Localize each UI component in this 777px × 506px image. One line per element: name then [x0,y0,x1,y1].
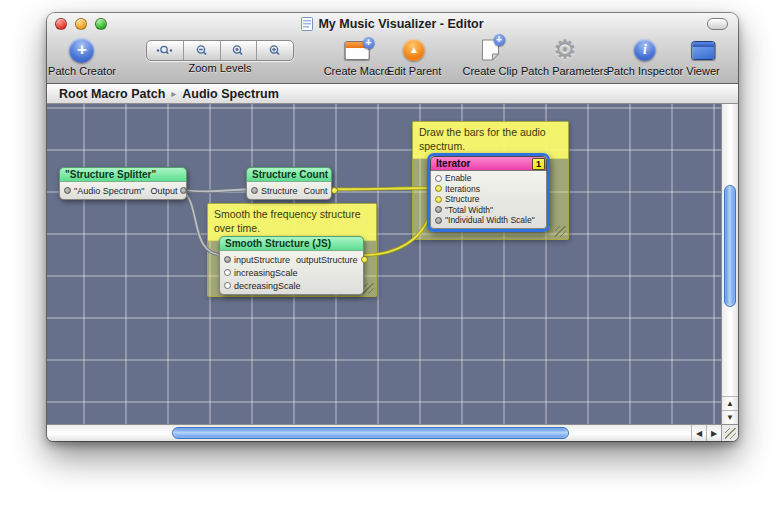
port-label: "Audio Spectrum" [74,186,144,196]
edit-parent-icon: ▲ [403,39,425,61]
toolbar-item-patch-parameters[interactable]: ⚙ Patch Parameters [521,36,609,77]
patch-inspector-icon: i [634,39,656,61]
node-smooth-structure[interactable]: Smooth Structure (JS) inputStructure out… [219,236,364,295]
breadcrumb-root[interactable]: Root Macro Patch [59,87,165,101]
vertical-scrollbar[interactable]: ▲ ▼ [721,104,738,424]
vertical-scroll-thumb[interactable] [724,185,736,307]
patch-parameters-label: Patch Parameters [521,65,609,77]
resize-grip-icon [725,428,736,439]
window-title: My Music Visualizer - Editor [318,17,483,31]
toolbar-item-viewer[interactable]: Viewer [686,36,719,77]
editor-window: My Music Visualizer - Editor + Patch Cre… [47,13,738,441]
plus-badge-icon: + [362,37,374,49]
create-clip-label: Create Clip [462,65,517,77]
input-port-increasingscale[interactable] [224,269,231,276]
iteration-count-badge: 1 [532,158,545,170]
input-port-decreasingscale[interactable] [224,282,231,289]
zoom-fit-icon [156,44,173,57]
port-label: "Individual Width Scale" [445,215,535,225]
document-icon [301,17,313,31]
output-port-output[interactable] [180,187,187,194]
toolbar-item-create-clip[interactable]: + Create Clip [462,36,517,77]
zoom-fit-button[interactable] [147,41,184,60]
port-label: increasingScale [234,268,298,278]
zoom-in-button[interactable] [257,41,293,60]
patch-creator-label: Patch Creator [48,65,116,77]
gear-icon: ⚙ [553,37,576,63]
scroll-down-button[interactable]: ▼ [722,410,738,424]
patch-creator-icon: + [70,38,95,63]
input-port-total-width[interactable] [435,206,442,213]
port-label: inputStructure [234,255,290,265]
zoom-actual-button[interactable] [221,41,258,60]
toolbar: + Patch Creator [47,35,738,83]
scroll-right-button[interactable]: ▶ [706,425,721,441]
breadcrumb: Root Macro Patch ▸ Audio Spectrum [47,84,738,104]
window-chrome: My Music Visualizer - Editor + Patch Cre… [47,13,738,84]
toolbar-toggle-button[interactable] [707,18,728,30]
wire-smooth-to-structure[interactable] [356,199,434,255]
port-label: decreasingScale [234,281,301,291]
breadcrumb-current[interactable]: Audio Spectrum [182,87,279,101]
zoom-levels-label: Zoom Levels [146,62,294,74]
create-clip-icon: + [481,39,499,61]
create-macro-label: Create Macro [324,65,391,77]
plus-badge-icon: + [493,34,505,46]
node-structure-count[interactable]: Structure Count Structure Count [246,167,332,200]
zoom-levels-segmented-control [146,40,294,61]
input-port-audio-spectrum[interactable] [64,187,71,194]
vertical-scroll-track[interactable] [722,104,738,396]
input-port-iterations[interactable] [435,185,442,192]
node-title[interactable]: Iterator 1 [430,156,547,171]
port-label: outputStructure [296,255,358,265]
patch-canvas[interactable]: Draw the bars for the audio spectrum. Sm… [47,104,721,424]
viewer-label: Viewer [686,65,719,77]
input-port-structure[interactable] [435,196,442,203]
wire-splitter-to-smooth[interactable] [179,189,223,255]
port-label: "Total Width" [445,205,493,215]
horizontal-scrollbar[interactable] [47,425,691,441]
patch-inspector-label: Patch Inspector [607,65,683,77]
port-label: Structure [261,186,298,196]
port-label: Output [150,186,177,196]
port-label: Structure [445,194,480,204]
toolbar-item-patch-creator[interactable]: + Patch Creator [48,36,116,77]
zoom-out-button[interactable] [184,41,221,60]
node-title[interactable]: "Structure Splitter" [59,167,187,182]
port-label: Iterations [445,184,480,194]
scroll-up-button[interactable]: ▲ [722,396,738,410]
title-bar[interactable]: My Music Visualizer - Editor [47,13,738,35]
output-port-outputstructure[interactable] [361,256,368,263]
zoom-in-icon [268,44,282,57]
node-title[interactable]: Smooth Structure (JS) [219,236,364,251]
toolbar-item-create-macro[interactable]: + Create Macro [324,36,391,77]
viewer-icon [691,41,715,60]
input-port-structure[interactable] [251,187,258,194]
toolbar-item-patch-inspector[interactable]: i Patch Inspector [607,36,683,77]
node-iterator-selection[interactable]: Iterator 1 Enable Iterations Structure "… [427,153,550,232]
output-port-count[interactable] [331,187,338,194]
port-label: Enable [445,173,471,183]
breadcrumb-separator-icon: ▸ [171,88,176,99]
node-title[interactable]: Structure Count [246,167,332,182]
connection-wires [47,104,711,420]
node-structure-splitter[interactable]: "Structure Splitter" "Audio Spectrum" Ou… [59,167,187,200]
zoom-out-icon [195,44,209,57]
scroll-left-button[interactable]: ◀ [691,425,706,441]
horizontal-scroll-thumb[interactable] [172,427,569,439]
edit-parent-label: Edit Parent [387,65,441,77]
input-port-individual-width-scale[interactable] [435,217,442,224]
input-port-inputstructure[interactable] [224,256,231,263]
input-port-enable[interactable] [435,175,442,182]
toolbar-item-edit-parent[interactable]: ▲ Edit Parent [387,36,441,77]
zoom-actual-icon [231,44,245,57]
toolbar-item-zoom-levels: Zoom Levels [146,36,294,74]
create-macro-icon: + [344,41,369,60]
port-label: Count [304,186,328,196]
window-resize-corner[interactable] [721,425,738,441]
